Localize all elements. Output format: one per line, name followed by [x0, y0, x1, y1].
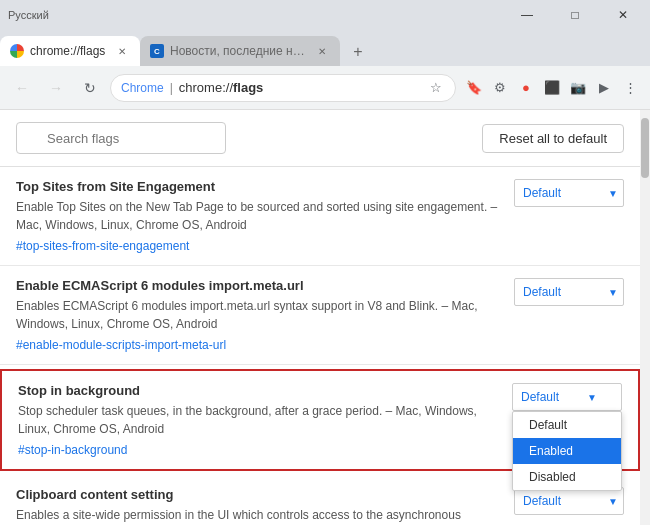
bookmark-manager-icon[interactable]: 🔖 — [462, 76, 486, 100]
dropdown-option-enabled[interactable]: Enabled — [513, 438, 621, 464]
flag-clipboard-desc: Enables a site-wide permission in the UI… — [16, 506, 502, 525]
flag-ecmascript-dropdown-wrapper: Default Enabled Disabled ▼ — [514, 278, 624, 306]
address-box[interactable]: Chrome | chrome://flags ☆ — [110, 74, 456, 102]
flag-clipboard-dropdown[interactable]: Default Enabled Disabled — [514, 487, 624, 515]
flag-stop-background-link[interactable]: #stop-in-background — [18, 443, 127, 457]
search-wrapper: 🔍 — [16, 122, 336, 154]
flag-ecmascript-title: Enable ECMAScript 6 modules import.meta.… — [16, 278, 502, 293]
toolbar-icons: 🔖 ⚙ ● ⬛ 📷 ▶ ⋮ — [462, 76, 642, 100]
tab-news[interactable]: C Новости, последние но... ✕ — [140, 36, 340, 66]
flag-ecmascript-content: Enable ECMAScript 6 modules import.meta.… — [16, 278, 502, 352]
flag-ecmascript-link[interactable]: #enable-module-scripts-import-meta-url — [16, 338, 226, 352]
address-icons: ☆ — [427, 79, 445, 97]
chrome-favicon-icon — [10, 44, 24, 58]
tab-news-label: Новости, последние но... — [170, 44, 308, 58]
search-input[interactable] — [16, 122, 226, 154]
flag-stop-background-title: Stop in background — [18, 383, 500, 398]
extensions-icon[interactable]: ⚙ — [488, 76, 512, 100]
flag-clipboard-dropdown-wrapper: Default Enabled Disabled ▼ — [514, 487, 624, 515]
titlebar: Русский — □ ✕ — [0, 0, 650, 30]
close-button[interactable]: ✕ — [600, 0, 646, 30]
tab-chrome-flags[interactable]: chrome://flags ✕ — [0, 36, 140, 66]
dropdown-open-arrow-icon: ▼ — [587, 392, 597, 403]
flag-ecmascript-dropdown[interactable]: Default Enabled Disabled — [514, 278, 624, 306]
flag-ecmascript-desc: Enables ECMAScript 6 modules import.meta… — [16, 297, 502, 333]
reset-all-button[interactable]: Reset all to default — [482, 124, 624, 153]
flag-clipboard-content: Clipboard content setting Enables a site… — [16, 487, 502, 525]
flag-item-ecmascript: Enable ECMAScript 6 modules import.meta.… — [0, 266, 640, 365]
flag-top-sites-dropdown-wrapper: Default Enabled Disabled ▼ — [514, 179, 624, 207]
content-wrapper: 🔍 Reset all to default Top Sites from Si… — [0, 110, 650, 525]
main-content: 🔍 Reset all to default Top Sites from Si… — [0, 110, 640, 525]
scrollbar-thumb[interactable] — [641, 118, 649, 178]
titlebar-controls: — □ ✕ — [504, 0, 646, 30]
flag-item-stop-background: Stop in background Stop scheduler task q… — [0, 369, 640, 471]
flag-top-sites-link[interactable]: #top-sites-from-site-engagement — [16, 239, 189, 253]
flag-clipboard-title: Clipboard content setting — [16, 487, 502, 502]
address-text: chrome://flags — [179, 80, 421, 95]
news-favicon-icon: C — [150, 44, 164, 58]
scrollbar[interactable] — [640, 110, 650, 525]
flag-item-top-sites: Top Sites from Site Engagement Enable To… — [0, 167, 640, 266]
bookmark-icon[interactable]: ☆ — [427, 79, 445, 97]
flag-top-sites-content: Top Sites from Site Engagement Enable To… — [16, 179, 502, 253]
forward-button[interactable]: → — [42, 74, 70, 102]
chrome-label: Chrome — [121, 81, 164, 95]
dropdown-option-default[interactable]: Default — [513, 412, 621, 438]
flag-clipboard-control: Default Enabled Disabled ▼ — [514, 487, 624, 515]
url-bold: flags — [233, 80, 263, 95]
new-tab-button[interactable]: + — [344, 38, 372, 66]
flag-stop-background-dropdown-menu: Default Enabled Disabled — [512, 411, 622, 491]
flag-top-sites-dropdown[interactable]: Default Enabled Disabled — [514, 179, 624, 207]
dropdown-option-disabled[interactable]: Disabled — [513, 464, 621, 490]
reload-button[interactable]: ↻ — [76, 74, 104, 102]
dropdown-selected-value: Default — [521, 390, 559, 404]
video-icon[interactable]: ▶ — [592, 76, 616, 100]
tab-news-close[interactable]: ✕ — [314, 43, 330, 59]
icon-square[interactable]: ⬛ — [540, 76, 564, 100]
flag-top-sites-desc: Enable Top Sites on the New Tab Page to … — [16, 198, 502, 234]
menu-icon[interactable]: ⋮ — [618, 76, 642, 100]
tabbar: chrome://flags ✕ C Новости, последние но… — [0, 30, 650, 66]
search-bar: 🔍 Reset all to default — [0, 110, 640, 167]
camera-icon[interactable]: 📷 — [566, 76, 590, 100]
flag-stop-background-control: Default ▼ Default Enabled Disabled — [512, 383, 622, 411]
back-button[interactable]: ← — [8, 74, 36, 102]
url-prefix: chrome:// — [179, 80, 233, 95]
opera-icon[interactable]: ● — [514, 76, 538, 100]
address-separator: | — [170, 81, 173, 95]
tab-chrome-flags-label: chrome://flags — [30, 44, 108, 58]
tab-chrome-flags-close[interactable]: ✕ — [114, 43, 130, 59]
addressbar: ← → ↻ Chrome | chrome://flags ☆ 🔖 ⚙ ● ⬛ … — [0, 66, 650, 110]
flag-top-sites-control: Default Enabled Disabled ▼ — [514, 179, 624, 207]
flag-top-sites-title: Top Sites from Site Engagement — [16, 179, 502, 194]
flag-stop-background-dropdown-btn[interactable]: Default ▼ — [512, 383, 622, 411]
flag-stop-background-desc: Stop scheduler task queues, in the backg… — [18, 402, 500, 438]
minimize-button[interactable]: — — [504, 0, 550, 30]
flag-ecmascript-control: Default Enabled Disabled ▼ — [514, 278, 624, 306]
flag-stop-background-content: Stop in background Stop scheduler task q… — [18, 383, 500, 457]
titlebar-language: Русский — [0, 9, 49, 21]
maximize-button[interactable]: □ — [552, 0, 598, 30]
